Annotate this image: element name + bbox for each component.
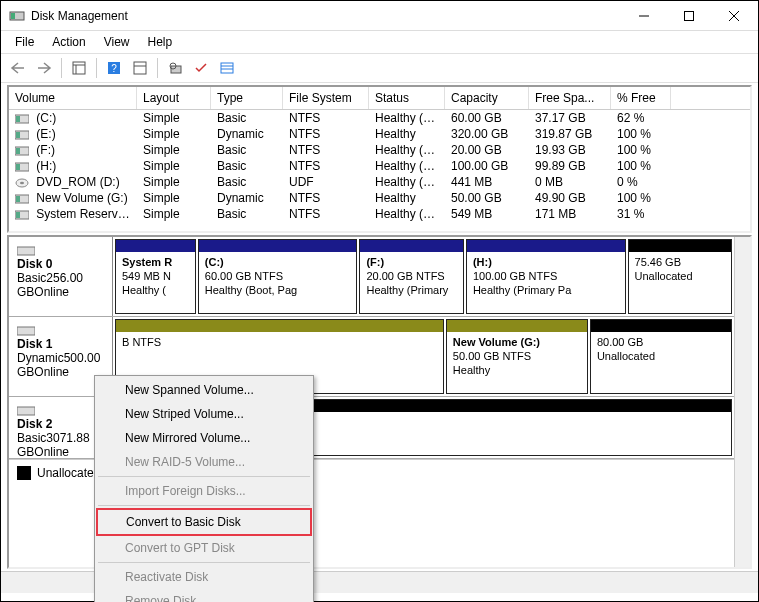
disk-label[interactable]: Disk 0Basic256.00 GBOnline <box>9 237 113 316</box>
settings-button[interactable] <box>129 57 151 79</box>
volume-row[interactable]: DVD_ROM (D:)SimpleBasicUDFHealthy (P...4… <box>9 174 750 190</box>
help-button[interactable]: ? <box>103 57 125 79</box>
context-item: Reactivate Disk <box>97 565 311 589</box>
close-button[interactable] <box>711 1 756 30</box>
context-item: New RAID-5 Volume... <box>97 450 311 474</box>
svg-rect-19 <box>16 116 20 122</box>
maximize-button[interactable] <box>666 1 711 30</box>
col-layout[interactable]: Layout <box>137 87 211 109</box>
svg-rect-32 <box>17 247 35 255</box>
svg-rect-6 <box>73 62 85 74</box>
context-menu: New Spanned Volume...New Striped Volume.… <box>94 375 314 602</box>
svg-rect-29 <box>16 196 20 202</box>
partition[interactable]: New Volume (G:)50.00 GB NTFSHealthy <box>446 319 588 394</box>
app-icon <box>9 8 25 24</box>
partition[interactable]: 80.00 GBUnallocated <box>590 319 732 394</box>
col-type[interactable]: Type <box>211 87 283 109</box>
menubar: File Action View Help <box>1 31 758 53</box>
legend-label: Unallocate <box>37 466 94 480</box>
svg-rect-23 <box>16 148 20 154</box>
volume-row[interactable]: (E:)SimpleDynamicNTFSHealthy320.00 GB319… <box>9 126 750 142</box>
window-title: Disk Management <box>31 9 621 23</box>
col-status[interactable]: Status <box>369 87 445 109</box>
col-capacity[interactable]: Capacity <box>445 87 529 109</box>
context-item: Import Foreign Disks... <box>97 479 311 503</box>
vertical-scrollbar[interactable] <box>734 237 750 567</box>
volume-row[interactable]: New Volume (G:)SimpleDynamicNTFSHealthy5… <box>9 190 750 206</box>
menu-view[interactable]: View <box>96 33 138 51</box>
back-button[interactable] <box>7 57 29 79</box>
col-volume[interactable]: Volume <box>9 87 137 109</box>
partition[interactable]: (F:)20.00 GB NTFSHealthy (Primary <box>359 239 463 314</box>
col-pct-free[interactable]: % Free <box>611 87 671 109</box>
refresh-button[interactable] <box>164 57 186 79</box>
forward-button[interactable] <box>33 57 55 79</box>
svg-rect-3 <box>684 11 693 20</box>
svg-rect-21 <box>16 132 20 138</box>
menu-file[interactable]: File <box>7 33 42 51</box>
view-button[interactable] <box>68 57 90 79</box>
svg-point-27 <box>20 182 24 185</box>
svg-rect-25 <box>16 164 20 170</box>
volume-list[interactable]: Volume Layout Type File System Status Ca… <box>7 85 752 233</box>
svg-rect-31 <box>16 212 20 218</box>
volume-row[interactable]: (H:)SimpleBasicNTFSHealthy (P...100.00 G… <box>9 158 750 174</box>
context-item[interactable]: Convert to Basic Disk <box>98 510 310 534</box>
svg-rect-1 <box>11 13 15 19</box>
list-button[interactable] <box>216 57 238 79</box>
context-item: Remove Disk <box>97 589 311 602</box>
partition[interactable]: (H:)100.00 GB NTFSHealthy (Primary Pa <box>466 239 626 314</box>
context-item[interactable]: New Mirrored Volume... <box>97 426 311 450</box>
toolbar: ? <box>1 53 758 83</box>
context-item: Convert to GPT Disk <box>97 536 311 560</box>
context-separator <box>98 505 310 506</box>
col-free[interactable]: Free Spa... <box>529 87 611 109</box>
svg-rect-15 <box>221 63 233 73</box>
apply-button[interactable] <box>190 57 212 79</box>
context-item[interactable]: New Striped Volume... <box>97 402 311 426</box>
context-separator <box>98 476 310 477</box>
context-item-highlight: Convert to Basic Disk <box>96 508 312 536</box>
menu-help[interactable]: Help <box>140 33 181 51</box>
svg-rect-34 <box>17 407 35 415</box>
menu-action[interactable]: Action <box>44 33 93 51</box>
svg-rect-11 <box>134 62 146 74</box>
volume-row[interactable]: (F:)SimpleBasicNTFSHealthy (P...20.00 GB… <box>9 142 750 158</box>
legend-swatch-unallocated <box>17 466 31 480</box>
titlebar: Disk Management <box>1 1 758 31</box>
partition[interactable]: 75.46 GBUnallocated <box>628 239 732 314</box>
partition[interactable]: (C:)60.00 GB NTFSHealthy (Boot, Pag <box>198 239 358 314</box>
context-separator <box>98 562 310 563</box>
context-item[interactable]: New Spanned Volume... <box>97 378 311 402</box>
disk-row: Disk 0Basic256.00 GBOnlineSystem R549 MB… <box>9 237 750 317</box>
volume-row[interactable]: System ReservedSimpleBasicNTFSHealthy (S… <box>9 206 750 222</box>
minimize-button[interactable] <box>621 1 666 30</box>
col-filesystem[interactable]: File System <box>283 87 369 109</box>
volume-list-header: Volume Layout Type File System Status Ca… <box>9 87 750 110</box>
volume-row[interactable]: (C:)SimpleBasicNTFSHealthy (B...60.00 GB… <box>9 110 750 126</box>
svg-rect-33 <box>17 327 35 335</box>
partition[interactable]: System R549 MB NHealthy ( <box>115 239 196 314</box>
svg-text:?: ? <box>111 63 117 74</box>
